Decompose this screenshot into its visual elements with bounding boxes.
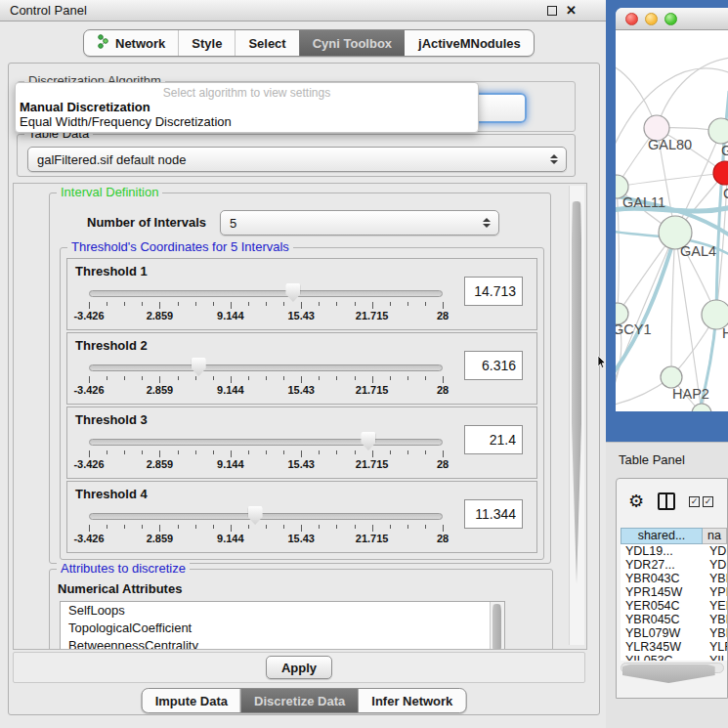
tab-jactivemnodules[interactable]: jActiveMNodules (405, 30, 534, 56)
slider-thumb[interactable] (285, 283, 300, 302)
dropdown-option-equal-width-frequency-discretization[interactable]: Equal Width/Frequency Discretization (16, 114, 478, 129)
column-header-shared-name[interactable]: shared... (621, 528, 703, 544)
threshold-value-field[interactable] (464, 351, 523, 380)
tick-mark (355, 302, 356, 306)
checkbox-checked-icon[interactable]: ✓ (703, 496, 713, 507)
attribute-item[interactable]: BetweennessCentrality (61, 637, 504, 650)
combo-arrows-icon (483, 218, 491, 228)
slider-ticks (89, 376, 443, 384)
network-node-red-node[interactable] (713, 161, 728, 185)
tick-mark (283, 525, 284, 529)
table-row[interactable]: YPR145WYPR1 (621, 585, 727, 599)
tick-mark (390, 376, 391, 380)
tick-mark (336, 302, 337, 306)
tick-mark (231, 302, 232, 309)
network-node-bottom-node[interactable] (692, 404, 711, 411)
tick-label: -3.426 (73, 533, 104, 544)
tab-style[interactable]: Style (178, 30, 235, 56)
tab-impute-data[interactable]: Impute Data (143, 689, 240, 712)
tick-label: -3.426 (73, 310, 104, 321)
group-title: Threshold's Coordinates for 5 Intervals (67, 239, 293, 254)
node-table[interactable]: shared... na YDL19...YDL1YDR27...YDR2YBR… (621, 528, 727, 661)
table-row[interactable]: YDL19...YDL1 (621, 544, 727, 558)
threshold-value-field[interactable] (464, 425, 523, 454)
slider-thumb[interactable] (361, 432, 375, 450)
tick-mark (213, 525, 214, 529)
table-row[interactable]: YIL053CYIL0 (621, 654, 727, 661)
tick-mark (425, 302, 426, 306)
tab-label: Network (115, 36, 165, 51)
tick-label: 28 (437, 310, 449, 321)
attribute-item[interactable]: SelfLoops (61, 602, 504, 620)
table-row[interactable]: YLR345WYLR3 (621, 640, 727, 654)
threshold-value-field[interactable] (464, 277, 523, 306)
minimize-traffic-light-icon[interactable] (645, 13, 658, 25)
tab-label: Impute Data (155, 694, 228, 708)
tick-mark (301, 302, 302, 309)
cell-name: YDR2 (703, 558, 727, 572)
slider-track[interactable] (89, 513, 443, 520)
threshold-box: Threshold 1 -3.4262.8599.14415.4321.7152… (66, 258, 537, 330)
panel-vertical-scrollbar[interactable] (569, 186, 584, 645)
cell-shared-name: YDR27... (621, 558, 703, 572)
slider-track[interactable] (89, 439, 443, 446)
tab-label: Infer Network (371, 694, 452, 708)
dropdown-option-manual-discretization[interactable]: Manual Discretization (16, 100, 478, 114)
network-window-titlebar (616, 8, 728, 30)
tick-mark (355, 525, 356, 529)
slider-thumb[interactable] (192, 358, 206, 376)
panel-title: Control Panel (10, 3, 87, 18)
slider-thumb[interactable] (248, 506, 263, 525)
tick-mark (89, 450, 90, 457)
table-data-combobox[interactable]: galFiltered.sif default node (27, 147, 567, 172)
close-traffic-light-icon[interactable] (625, 13, 638, 25)
table-row[interactable]: YBL079WYBL0 (621, 626, 727, 640)
tick-mark (124, 525, 125, 529)
number-of-intervals-combobox[interactable]: 5 (220, 210, 499, 236)
scrollbar-thumb[interactable] (572, 201, 581, 584)
tab-infer-network[interactable]: Infer Network (358, 689, 465, 712)
table-row[interactable]: YDR27...YDR2 (621, 558, 727, 572)
gear-icon[interactable]: ⚙ (628, 492, 644, 510)
cell-name: YER0 (703, 599, 727, 613)
tab-select[interactable]: Select (235, 30, 298, 56)
zoom-traffic-light-icon[interactable] (664, 13, 677, 25)
apply-button[interactable]: Apply (266, 656, 332, 679)
table-row[interactable]: YBR045CYBR0 (621, 613, 727, 626)
threshold-value-field[interactable] (464, 499, 523, 529)
scrollbar-thumb[interactable] (622, 664, 715, 683)
tick-mark (319, 450, 320, 454)
numerical-attributes-list[interactable]: SelfLoopsTopologicalCoefficientBetweenne… (60, 601, 505, 650)
attribute-item[interactable]: TopologicalCoefficient (61, 620, 504, 637)
cell-shared-name: YBL079W (621, 626, 703, 640)
number-of-intervals-label: Number of Intervals (87, 215, 206, 230)
split-columns-icon[interactable] (658, 492, 675, 510)
tick-mark (178, 525, 179, 529)
table-row[interactable]: YER054CYER0 (621, 599, 727, 613)
close-icon[interactable]: ✕ (566, 4, 577, 17)
tick-mark (107, 302, 107, 306)
network-window-frame: GAL80GACGAL11GAL4GCY1HHAP2 (606, 0, 728, 442)
tab-network[interactable]: Network (84, 30, 178, 56)
float-window-icon[interactable] (547, 6, 557, 16)
column-header-name[interactable]: na (703, 528, 727, 544)
tab-cyni-toolbox[interactable]: Cyni Toolbox (299, 30, 405, 56)
select-columns-icons[interactable]: ✓ ✓ (689, 496, 713, 507)
checkbox-checked-icon[interactable]: ✓ (689, 496, 700, 507)
network-node-hap2[interactable] (661, 366, 682, 388)
slider-track[interactable] (89, 290, 443, 297)
tick-mark (107, 450, 107, 454)
cell-shared-name: YBR043C (621, 572, 703, 585)
tab-discretize-data[interactable]: Discretize Data (240, 689, 358, 712)
interval-definition-group: Interval Definition Number of Intervals … (49, 193, 551, 564)
table-row[interactable]: YBR043CYBR0 (621, 572, 727, 585)
table-horizontal-scrollbar[interactable] (621, 663, 724, 673)
scrollbar-thumb[interactable] (492, 604, 501, 650)
network-canvas[interactable]: GAL80GACGAL11GAL4GCY1HHAP2 (616, 30, 728, 411)
slider-track[interactable] (89, 364, 443, 371)
network-node-gal-partial[interactable] (708, 118, 728, 144)
attributes-list-scrollbar[interactable] (490, 602, 504, 650)
tick-label: 2.859 (147, 533, 174, 544)
tick-mark (425, 376, 426, 380)
threshold-box: Threshold 4 -3.4262.8599.14415.4321.7152… (66, 481, 537, 553)
